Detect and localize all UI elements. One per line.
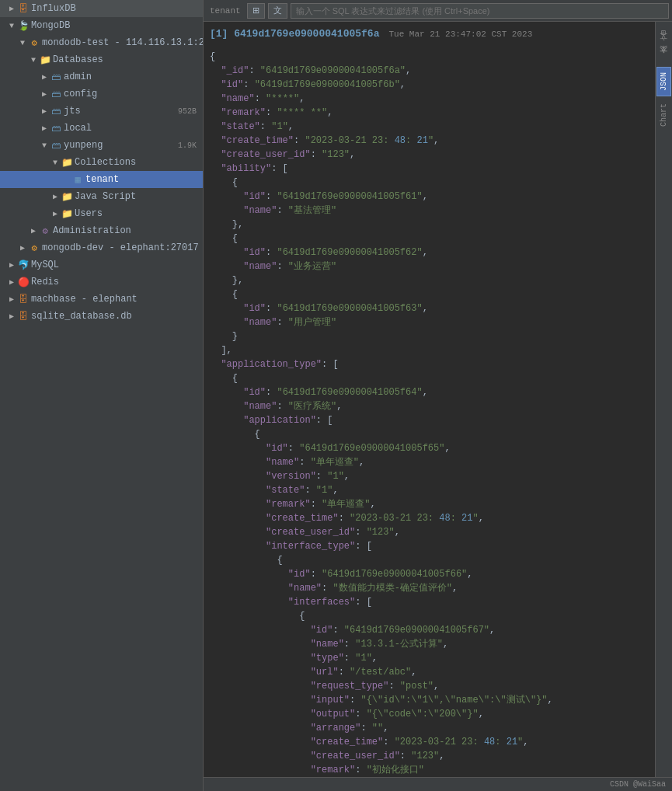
server-icon: ⚙: [28, 37, 40, 49]
sidebar-item-mongodb[interactable]: ▼ 🍃 MongoDB: [0, 17, 203, 34]
db-icon: 🗃: [50, 105, 62, 117]
arrow-mysql: ▶: [6, 260, 17, 270]
json-line: {: [210, 176, 649, 190]
sidebar-item-label: admin: [64, 71, 92, 82]
sidebar-item-machbase[interactable]: ▶ 🗄 machbase - elephant: [0, 291, 203, 308]
tab-grid[interactable]: ⊞: [656, 25, 671, 40]
sidebar-item-influxdb[interactable]: ▶ 🗄 InfluxDB: [0, 0, 203, 17]
json-line: "create_user_id": "123",: [210, 525, 649, 539]
json-line: ],: [210, 343, 649, 357]
admin-icon: ⚙: [39, 225, 51, 237]
yunpeng-badge: 1.9K: [178, 141, 200, 150]
json-line: "remark": "单年巡查",: [210, 497, 649, 511]
users-folder-icon: 📁: [61, 207, 73, 220]
json-line: },: [210, 218, 649, 232]
sidebar-item-administration[interactable]: ▶ ⚙ Administration: [0, 222, 203, 239]
json-line: "name": "数值能力模类-确定值评价",: [210, 581, 649, 595]
tab-chart[interactable]: Chart: [656, 98, 671, 132]
sidebar-item-sqlite[interactable]: ▶ 🗄 sqlite_database.db: [0, 308, 203, 325]
sqlite-icon: 🗄: [17, 310, 30, 322]
text-view-btn[interactable]: 文: [268, 3, 287, 19]
sidebar-item-mongodb-test[interactable]: ▼ ⚙ mondodb-test - 114.116.13.1:270: [0, 34, 203, 51]
json-line: "name": "13.3.1-公式计算",: [210, 637, 649, 651]
sidebar-item-label: MySQL: [31, 260, 59, 270]
tab-raw-text[interactable]: 文本: [656, 54, 673, 65]
json-line: "id": "6419d1769e09000041005f66",: [210, 567, 649, 581]
sidebar-item-label: jts: [64, 106, 81, 117]
sidebar-item-mongodb-dev[interactable]: ▶ ⚙ mongodb-dev - elephant:27017: [0, 239, 203, 256]
mysql-icon: 🐬: [17, 259, 30, 271]
json-line: "name": "业务运营": [210, 260, 649, 274]
json-line: "name": "医疗系统",: [210, 399, 649, 413]
sidebar-item-jts[interactable]: ▶ 🗃 jts 952B: [0, 103, 203, 120]
tab-json[interactable]: JSON: [656, 67, 671, 96]
json-line: "interface_type": [: [210, 539, 649, 553]
sidebar-item-mysql[interactable]: ▶ 🐬 MySQL: [0, 256, 203, 274]
json-line: "remark": "**** **",: [210, 106, 649, 120]
sidebar-item-label: sqlite_database.db: [31, 311, 132, 322]
json-line: {: [210, 232, 649, 246]
grid-view-btn[interactable]: ⊞: [247, 3, 265, 19]
json-view[interactable]: [1] 6419d1769e09000041005f6a Tue Mar 21 …: [204, 22, 655, 777]
sidebar-item-label: InfluxDB: [31, 3, 76, 14]
sidebar-item-local[interactable]: ▶ 🗃 local: [0, 120, 203, 137]
filter-input[interactable]: [291, 3, 669, 19]
sidebar-item-users[interactable]: ▶ 📁 Users: [0, 205, 203, 222]
sidebar: ▶ 🗄 InfluxDB ▼ 🍃 MongoDB ▼ ⚙ mondodb-tes…: [0, 0, 204, 791]
json-line: },: [210, 274, 649, 287]
arrow-javascript: ▶: [50, 191, 61, 202]
json-line: "name": "基法管理": [210, 204, 649, 218]
json-line: "id": "6419d1769e09000041005f6b",: [210, 78, 649, 92]
json-line: "interfaces": [: [210, 595, 649, 609]
arrow-redis: ▶: [6, 277, 17, 287]
json-line: "state": "1",: [210, 483, 649, 497]
arrow-jts: ▶: [39, 106, 50, 117]
json-line: {: [210, 427, 649, 441]
arrow-config: ▶: [39, 89, 50, 99]
sidebar-item-collections[interactable]: ▼ 📁 Collections: [0, 154, 203, 171]
connection-label: tenant: [207, 6, 244, 16]
json-line: "id": "6419d1769e09000041005f64",: [210, 385, 649, 399]
sidebar-item-redis[interactable]: ▶ 🔴 Redis: [0, 274, 203, 291]
result-timestamp: Tue Mar 21 23:47:02 CST 2023: [388, 28, 532, 41]
sidebar-item-databases[interactable]: ▼ 📁 Databases: [0, 51, 203, 68]
json-line: "output": "{\"code\":\"200\"}",: [210, 707, 649, 721]
json-line: "request_type": "post",: [210, 679, 649, 693]
arrow-mongodb-test: ▼: [17, 37, 28, 48]
side-tabs: ⊞ 文 文本 JSON Chart: [655, 22, 672, 777]
json-line: "create_time": "2023-03-21 23: 48: 21",: [210, 511, 649, 525]
db-icon: 🗃: [50, 71, 62, 83]
arrow-mongodb: ▼: [6, 20, 17, 31]
json-content: { "_id": "6419d1769e09000041005f6a", "id…: [210, 50, 649, 778]
sidebar-item-javascript[interactable]: ▶ 📁 Java Script: [0, 188, 203, 205]
sidebar-item-label: Users: [75, 208, 103, 219]
influxdb-icon: 🗄: [17, 2, 30, 15]
arrow-mongodb-dev: ▶: [17, 242, 28, 253]
sidebar-item-label: mondodb-test - 114.116.13.1:270: [42, 37, 204, 48]
sidebar-item-tenant[interactable]: ▦ tenant: [0, 171, 203, 188]
sidebar-item-label: local: [64, 123, 92, 134]
arrow-sqlite: ▶: [6, 311, 17, 322]
arrow-machbase: ▶: [6, 294, 17, 305]
sidebar-item-label: MongoDB: [31, 20, 70, 31]
db-icon: 🗃: [50, 88, 62, 100]
json-line: "name": "用户管理": [210, 315, 649, 329]
main-panel: tenant ⊞ 文 [1] 6419d1769e09000041005f6a …: [204, 0, 672, 791]
table-icon: ▦: [71, 173, 84, 186]
sidebar-item-admin[interactable]: ▶ 🗃 admin: [0, 68, 203, 85]
arrow-tenant: [61, 174, 71, 185]
arrow-administration: ▶: [28, 225, 39, 236]
json-line: "remark": "初始化接口": [210, 763, 649, 777]
json-line: "ability": [: [210, 162, 649, 176]
json-line: {: [210, 50, 649, 64]
tab-text[interactable]: 文: [656, 42, 673, 53]
json-line: "application_type": [: [210, 357, 649, 371]
result-header: [1] 6419d1769e09000041005f6a: [210, 26, 379, 42]
sidebar-item-config[interactable]: ▶ 🗃 config: [0, 85, 203, 103]
sidebar-item-label: mongodb-dev - elephant:27017: [42, 242, 199, 253]
sidebar-item-label: Redis: [31, 277, 59, 287]
json-line: "application": [: [210, 413, 649, 427]
json-line: "arrange": "",: [210, 721, 649, 735]
json-line: "version": "1",: [210, 469, 649, 483]
sidebar-item-yunpeng[interactable]: ▼ 🗃 yunpeng 1.9K: [0, 137, 203, 154]
